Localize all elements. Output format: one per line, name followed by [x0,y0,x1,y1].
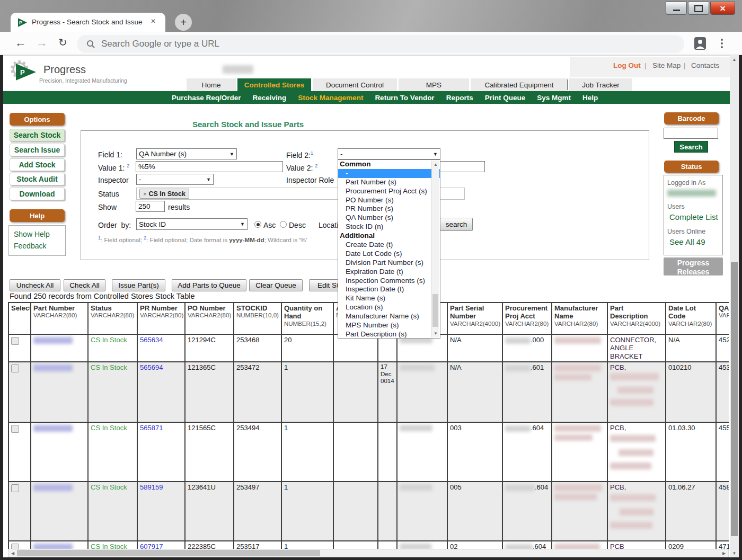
pr-number-link[interactable]: 589159 [140,483,163,491]
barcode-search-button[interactable]: Search [674,141,708,153]
pr-number-link[interactable]: 607917 [140,543,163,549]
address-input[interactable] [100,38,579,50]
dropdown-option-dash[interactable]: - [338,169,440,178]
reload-icon[interactable]: ↻ [58,36,67,49]
dropdown-scroll-thumb[interactable] [432,294,438,327]
field1-select[interactable]: QA Number (s) ▼ [136,148,237,159]
contacts-link[interactable]: Contacts [691,61,719,69]
value1-label: Value 1: 2 [98,163,129,172]
tab-document-control[interactable]: Document Control [313,78,397,91]
dropdown-option-part-number[interactable]: Part Number (s) [338,178,440,187]
new-tab-button[interactable]: + [175,14,192,31]
log-out-link[interactable]: Log Out [613,61,641,69]
nav-receiving[interactable]: Receiving [253,94,287,102]
pr-number-link[interactable]: 565694 [140,363,163,371]
address-bar[interactable] [77,35,684,53]
progress-releases-button[interactable]: Progress Releases [664,257,723,275]
row-select-checkbox[interactable] [11,337,19,345]
tab-close-icon[interactable]: ✕ [151,17,156,25]
feedback-link[interactable]: Feedback [14,242,65,250]
dropdown-option-mps-number[interactable]: MPS Number (s) [338,321,440,330]
nav-purchase-req-order[interactable]: Purchase Req/Order [172,94,241,102]
pr-number-link[interactable]: 565871 [140,424,163,432]
tab-calibrated-equipment[interactable]: Calibrated Equipment [471,78,568,91]
vertical-scrollbar[interactable]: ▲ ▼ [730,55,739,557]
dropdown-option-qa-number[interactable]: QA Number (s) [338,214,440,223]
scroll-down-icon[interactable]: ▼ [730,549,739,557]
field2-select[interactable]: - ▼ [338,148,440,159]
back-icon[interactable]: ← [15,36,26,50]
dropdown-option-location[interactable]: Location (s) [338,303,440,312]
nav-print-queue[interactable]: Print Queue [485,94,526,102]
pr-number-link[interactable]: 565634 [140,336,163,344]
orderby-select[interactable]: Stock ID ▼ [136,218,248,230]
issue-parts-button[interactable]: Issue Part(s) [112,279,165,291]
dropdown-option-create-date[interactable]: Create Date (t) [338,241,440,250]
dropdown-option-part-description[interactable]: Part Description (s) [338,330,440,339]
show-results-input[interactable] [136,201,165,212]
scroll-down-icon[interactable]: ▼ [432,330,439,337]
barcode-input[interactable] [664,128,718,139]
inspector-select[interactable]: - ▼ [136,174,214,185]
horizontal-scroll-thumb[interactable] [17,550,320,556]
nav-return-to-vendor[interactable]: Return To Vendor [375,94,434,102]
tab-job-tracker[interactable]: Job Tracker [569,78,632,91]
dropdown-option-inspection-comments[interactable]: Inspection Comments (s) [338,277,440,286]
close-button[interactable]: ✕ [710,2,735,15]
scroll-right-icon[interactable]: ▶ [720,549,728,557]
site-map-link[interactable]: Site Map [652,61,681,69]
dropdown-option-manufacturer-name[interactable]: Manufacturer Name (s) [338,312,440,321]
sidebar-item-stock-audit[interactable]: Stock Audit [10,173,65,185]
maximize-button[interactable] [688,2,709,15]
dropdown-option-expiration-date[interactable]: Expiration Date (t) [338,268,440,277]
tab-controlled-stores[interactable]: Controlled Stores [237,78,311,91]
asc-radio[interactable] [254,221,261,228]
dropdown-option-kit-name[interactable]: Kit Name (s) [338,294,440,303]
browser-tab[interactable]: P Progress - Search Stock and Issue ✕ [11,13,165,32]
row-select-checkbox[interactable] [11,544,19,549]
check-all-button[interactable]: Check All [64,279,105,291]
tab-mps[interactable]: MPS [399,78,469,91]
sidebar-item-download[interactable]: Download [10,188,65,200]
dropdown-option-procurement-proj-acct[interactable]: Procurement Proj Acct (s) [338,187,440,196]
horizontal-scrollbar[interactable]: ◀ ▶ [8,549,729,557]
nav-sys-mgmt[interactable]: Sys Mgmt [537,94,571,102]
search-form-button[interactable]: search [440,218,473,231]
uncheck-all-button[interactable]: Uncheck All [10,279,60,291]
row-select-checkbox[interactable] [11,365,19,372]
brand-name: Progress [43,64,86,76]
remove-chip-icon[interactable]: × [143,191,146,197]
scroll-up-icon[interactable]: ▲ [432,161,439,168]
add-parts-to-queue-button[interactable]: Add Parts to Queue [172,279,246,291]
sidebar-item-search-stock[interactable]: Search Stock [10,129,65,141]
complete-list-link[interactable]: Complete List [669,212,722,221]
nav-reports[interactable]: Reports [446,94,473,102]
see-all-link[interactable]: See All 49 [669,237,722,246]
sidebar-item-add-stock[interactable]: Add Stock [10,158,65,171]
nav-stock-management[interactable]: Stock Management [298,94,363,102]
forward-icon[interactable]: → [36,36,48,50]
menu-dots-icon[interactable] [721,37,723,50]
value1-input[interactable] [136,161,283,172]
nav-help[interactable]: Help [582,94,598,102]
scroll-up-icon[interactable]: ▲ [730,55,739,64]
dropdown-option-pr-number[interactable]: PR Number (s) [338,205,440,214]
dropdown-option-inspection-date[interactable]: Inspection Date (t) [338,285,440,294]
vertical-scroll-thumb[interactable] [731,262,738,536]
row-select-checkbox[interactable] [11,484,19,492]
profile-icon[interactable] [693,37,707,50]
clear-queue-button[interactable]: Clear Queue [249,279,303,291]
sidebar-item-search-issue[interactable]: Search Issue [10,144,65,156]
dropdown-option-po-number[interactable]: PO Number (s) [338,196,440,205]
tab-home[interactable]: Home [187,78,236,91]
dropdown-option-date-lot-code[interactable]: Date Lot Code (s) [338,250,440,259]
scroll-left-icon[interactable]: ◀ [8,549,17,557]
show-help-link[interactable]: Show Help [14,230,65,238]
dropdown-scrollbar[interactable]: ▲ ▼ [431,161,439,337]
dropdown-option-division-part-number[interactable]: Division Part Number (s) [338,259,440,268]
row-select-checkbox[interactable] [11,425,19,433]
desc-radio[interactable] [280,221,287,228]
redacted-text [610,494,656,501]
dropdown-option-stock-id[interactable]: Stock ID (n) [338,223,440,232]
minimize-button[interactable] [666,2,687,15]
